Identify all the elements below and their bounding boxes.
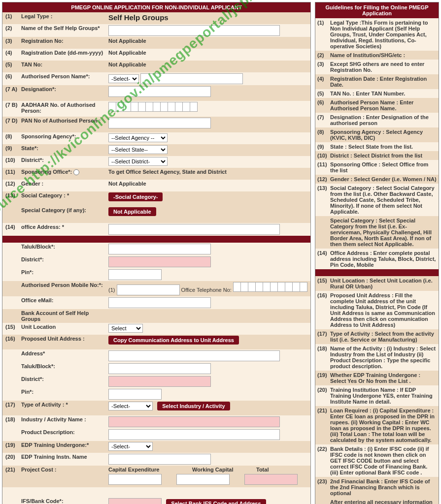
guideline-row: (9)State : Select State from the list.	[315, 142, 439, 151]
field-label: EDP Training Instn. Name	[20, 454, 107, 460]
row-num: (7 D)	[2, 118, 20, 124]
edp-instn-input[interactable]	[108, 454, 211, 465]
activity-type-select[interactable]: -Select-	[108, 402, 153, 410]
name-input[interactable]	[108, 25, 280, 36]
row-num: (2)	[2, 25, 20, 31]
field-label: Bank Account of Self Help Groups	[20, 310, 107, 322]
district-select[interactable]: --Select District-	[108, 157, 168, 166]
state-select[interactable]: --Select State--	[108, 145, 168, 154]
guideline-text: Social Category : Select Social Category…	[330, 185, 437, 215]
legal-type-value: Self Help Groups	[107, 13, 310, 22]
row-num: (10)	[2, 157, 20, 163]
select-ifs-button[interactable]: Select Bank IFS Code and Address	[166, 499, 266, 504]
guideline-num: (20)	[317, 387, 330, 405]
guidelines-list: (1)Legal Type :This Form is pertaining t…	[315, 18, 439, 504]
field-label: Pin*:	[20, 269, 107, 275]
row-num: (3)	[2, 38, 20, 44]
field-label: AADHAAR No. of Authorised Person:	[20, 102, 107, 114]
guideline-num: (7)	[317, 114, 330, 126]
ifs-code-input[interactable]	[108, 498, 162, 504]
row-num: (7 B)	[2, 102, 20, 108]
guideline-num: (14)	[317, 250, 330, 268]
row-num: (11)	[2, 169, 20, 175]
social-category-button[interactable]: -Social Category-	[108, 192, 163, 201]
select-industry-button[interactable]: Select Industry / Activity	[157, 402, 230, 410]
guideline-num: (10)	[317, 153, 330, 158]
guideline-text: Bank Details : (i) Enter IFSC code (ii) …	[330, 446, 437, 475]
guideline-text: Designation : Enter Designation of the a…	[330, 114, 437, 126]
aadhaar-input[interactable]	[108, 102, 198, 112]
field-label: Type of Activity : *	[20, 402, 107, 408]
row-num: (20)	[2, 454, 20, 460]
field-label: Pin*:	[20, 389, 107, 395]
office-address-input[interactable]	[108, 224, 280, 235]
sponsoring-office-radio[interactable]	[73, 169, 79, 175]
form-panel: PMEGP ONLINE APPLICATION FOR NON-INDIVID…	[2, 2, 311, 504]
field-label: Taluk/Block*:	[20, 363, 107, 369]
field-label: State*:	[20, 145, 107, 151]
guideline-row: (23)2nd Financial Bank : Enter IFS Code …	[315, 477, 439, 498]
special-category-button[interactable]: Not Applicable	[108, 207, 156, 216]
edp-training-select[interactable]: -Select-	[108, 442, 153, 451]
guideline-text: Type of Activity : Select from the activ…	[330, 331, 437, 343]
office-email-input[interactable]	[108, 297, 211, 308]
mobile-input[interactable]	[117, 284, 180, 295]
field-label: Gender :	[20, 181, 107, 187]
unit-taluk-input[interactable]	[108, 363, 211, 374]
pan-input[interactable]	[108, 118, 211, 128]
separator-bar	[2, 236, 310, 243]
guideline-row: (15)Unit Location : Select Unit Location…	[315, 276, 439, 291]
field-label: Authorised Person Mobile No:*:	[20, 282, 107, 288]
guideline-num: (2)	[317, 52, 330, 58]
unit-address-input[interactable]	[108, 350, 280, 361]
pin-input[interactable]	[108, 269, 162, 280]
row-num: (8)	[2, 133, 20, 139]
guideline-num: (16)	[317, 292, 330, 328]
office-phone-label: Office Telephone No:	[181, 287, 232, 293]
guideline-num: (19)	[317, 372, 330, 384]
guideline-row: (21)Loan Required : (i) Capital Expendit…	[315, 406, 439, 444]
row-num: (13)	[2, 192, 20, 198]
guideline-num: (9)	[317, 144, 330, 150]
guideline-text: Whether EDP Training Undergone : Select …	[330, 372, 437, 384]
row-num: (5)	[2, 62, 20, 67]
field-label: Designation*:	[20, 86, 107, 92]
auth-person-select[interactable]: -Select-	[108, 74, 139, 83]
row-num: (17)	[2, 402, 20, 408]
row-num: (12)	[2, 181, 20, 187]
tan-value: Not Applicable	[107, 62, 310, 67]
guideline-after: After entering all necessary information…	[315, 498, 439, 504]
row-num: (19)	[2, 442, 20, 448]
designation-input[interactable]	[108, 86, 211, 97]
unit-pin-input[interactable]	[108, 389, 162, 400]
taluk-input[interactable]	[108, 244, 211, 254]
pc-ce-input[interactable]	[108, 474, 162, 485]
field-label: office Address: *	[20, 224, 107, 230]
field-label: Taluk/Block*:	[20, 244, 107, 250]
row-num: (9)	[2, 145, 20, 151]
office-phone-input[interactable]	[233, 282, 307, 292]
field-label: PAN No of Authorised Person :	[20, 118, 107, 124]
auth-person-input[interactable]	[140, 73, 243, 84]
field-label: Name of the Self Help Groups*	[20, 25, 107, 31]
guideline-row: (17)Type of Activity : Select from the a…	[315, 329, 439, 344]
row-num: (15)	[2, 324, 20, 330]
field-label: Authorised Person Name*:	[20, 73, 107, 79]
pc-wc-input[interactable]	[176, 474, 230, 485]
field-label: Project Cost :	[20, 467, 107, 472]
unit-district-input[interactable]	[108, 376, 211, 387]
guideline-text: Training Institution Name : If EDP Train…	[330, 387, 437, 405]
guideline-num: (22)	[317, 446, 330, 475]
field-label: Legal Type :	[20, 13, 107, 19]
guideline-row: (19)Whether EDP Training Undergone : Sel…	[315, 371, 439, 385]
pc-total-input[interactable]	[244, 474, 298, 485]
sponsoring-agency-select[interactable]: --Select Agency --	[108, 133, 168, 142]
industry-name-input[interactable]	[108, 416, 280, 427]
guideline-row: (2)Name of Institution/SHG/etc :	[315, 51, 439, 60]
reg-date-value: Not Applicable	[107, 50, 310, 56]
unit-location-select[interactable]: Select	[108, 324, 143, 333]
copy-address-button[interactable]: Copy Communication Address to Unit Addre…	[108, 336, 239, 345]
district-input[interactable]	[108, 256, 211, 267]
product-desc-input[interactable]	[108, 429, 280, 440]
field-label: Unit Location	[20, 324, 107, 330]
